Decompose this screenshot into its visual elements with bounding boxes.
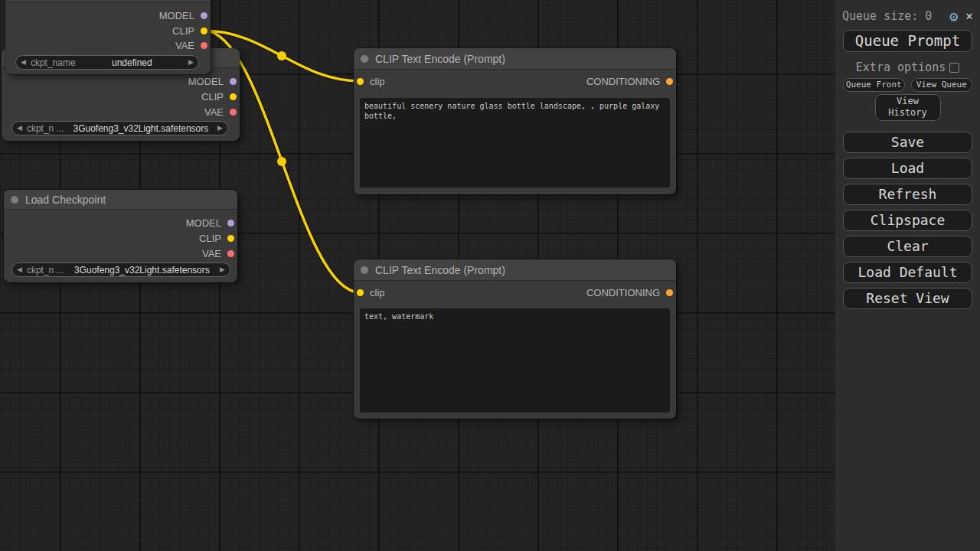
output-slot-model: MODEL [5,8,211,22]
queue-prompt-button[interactable]: Queue Prompt [843,30,972,52]
queue-front-button[interactable]: Queue Front [843,78,905,92]
clip-text-encode-node-1[interactable]: CLIP Text Encode (Prompt) clip CONDITION… [354,48,676,194]
node-title: CLIP Text Encode (Prompt) [375,264,505,276]
slot-label: MODEL [188,76,224,87]
prompt-textarea[interactable]: beautiful scenery nature glass bottle la… [360,98,670,187]
prompt-textarea[interactable]: text, watermark [360,308,670,412]
node-title-bar[interactable]: Load Checkpoint [4,190,237,210]
close-icon[interactable]: ✕ [965,10,973,22]
slot-label: CONDITIONING [586,287,660,298]
widget-label: ckpt_name [31,57,76,68]
widget-label: ckpt_n ... [27,123,64,134]
collapse-dot-icon[interactable] [361,266,368,274]
output-slot-vae: VAE [5,38,211,52]
load-checkpoint-node[interactable]: Load Checkpoint MODEL CLIP VAE ◀ ckpt_n … [4,190,237,282]
output-slot-model: MODEL [4,216,237,230]
conditioning-port-icon[interactable] [666,78,673,85]
model-port-icon[interactable] [227,220,234,227]
checkpoint-node-top[interactable]: MODEL CLIP VAE ◀ ckpt_name undefined ▶ [5,0,211,74]
clear-button[interactable]: Clear [843,236,972,257]
combo-left-arrow-icon[interactable]: ◀ [17,125,22,132]
node-title: CLIP Text Encode (Prompt) [375,53,505,65]
node-title: Load Checkpoint [25,194,106,206]
node-title-bar[interactable]: CLIP Text Encode (Prompt) [354,48,676,70]
view-queue-button[interactable]: View Queue [911,78,973,92]
ckpt-name-combo[interactable]: ◀ ckpt_n ... 3Guofeng3_v32Light.safetens… [11,262,230,277]
queue-actions-row: Queue Front View Queue [843,78,972,92]
extra-options-row: Extra options [835,60,980,74]
output-slot-conditioning: CONDITIONING [354,74,676,88]
extra-options-label: Extra options [856,60,946,74]
combo-left-arrow-icon[interactable]: ◀ [21,59,26,66]
collapse-dot-icon[interactable] [361,55,368,63]
clip-port-icon[interactable] [227,235,234,242]
node-title-bar[interactable]: CLIP Text Encode (Prompt) [354,259,676,281]
combo-right-arrow-icon[interactable]: ▶ [188,59,194,66]
vae-port-icon[interactable] [230,109,237,116]
output-slot-vae: VAE [2,105,240,119]
output-slot-model: MODEL [2,74,240,88]
widget-value: undefined [76,57,188,68]
load-default-button[interactable]: Load Default [843,262,972,283]
view-history-button[interactable]: View History [875,94,941,121]
collapse-dot-icon[interactable] [11,196,18,204]
extra-options-checkbox[interactable] [949,63,959,73]
output-slot-conditioning: CONDITIONING [354,285,676,299]
conditioning-port-icon[interactable] [666,289,673,296]
model-port-icon[interactable] [201,12,207,19]
reset-view-button[interactable]: Reset View [843,288,972,309]
slot-label: VAE [202,248,221,259]
ckpt-name-combo[interactable]: ◀ ckpt_n ... 3Guofeng3_v32Light.safetens… [11,121,228,135]
slot-label: VAE [204,106,224,118]
slot-label: CLIP [201,91,224,103]
node-title-bar[interactable] [5,0,211,2]
combo-left-arrow-icon[interactable]: ◀ [17,266,22,273]
menu-header: Queue size: 0 ⚙ ✕ [842,5,973,28]
save-button[interactable]: Save [843,132,972,153]
ckpt-name-combo[interactable]: ◀ ckpt_name undefined ▶ [15,55,199,70]
output-slot-clip: CLIP [2,90,240,103]
slot-label: CLIP [172,25,194,37]
vae-port-icon[interactable] [227,250,234,257]
queue-size-label: Queue size: 0 [842,9,949,23]
clipspace-button[interactable]: Clipspace [843,210,972,231]
combo-right-arrow-icon[interactable]: ▶ [217,125,223,132]
refresh-button[interactable]: Refresh [843,184,972,205]
clip-port-icon[interactable] [230,93,237,100]
load-button[interactable]: Load [843,158,972,179]
output-slot-clip: CLIP [5,24,211,37]
clip-port-icon[interactable] [201,28,207,34]
combo-right-arrow-icon[interactable]: ▶ [220,266,225,273]
slot-label: CONDITIONING [586,76,660,87]
node-graph-canvas[interactable]: MODEL CLIP VAE ◀ ckpt_n ... 3Guofeng3_v3… [0,0,835,551]
widget-label: ckpt_n ... [27,265,64,276]
slot-label: VAE [175,40,194,51]
settings-gear-icon[interactable]: ⚙ [949,9,958,24]
output-slot-clip: CLIP [4,231,237,245]
widget-value: 3Guofeng3_v32Light.safetensors [64,265,220,276]
clip-text-encode-node-2[interactable]: CLIP Text Encode (Prompt) clip CONDITION… [354,259,676,419]
slot-label: CLIP [199,233,221,244]
comfy-menu-panel: Queue size: 0 ⚙ ✕ Queue Prompt Extra opt… [835,0,980,551]
slot-label: MODEL [159,10,194,21]
model-port-icon[interactable] [230,78,237,85]
vae-port-icon[interactable] [201,42,207,49]
output-slot-vae: VAE [4,246,237,260]
slot-label: MODEL [186,217,221,229]
widget-value: 3Guofeng3_v32Light.safetensors [64,123,217,134]
